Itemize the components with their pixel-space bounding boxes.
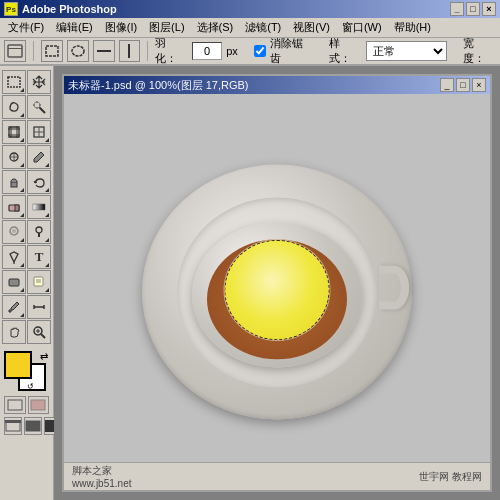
notes-tool-btn[interactable] [27,270,51,294]
app-close-btn[interactable]: × [482,2,496,16]
menu-filter[interactable]: 滤镜(T) [239,18,287,37]
options-bar: 羽化： px 消除锯齿 样式： 正常 固定宽高比 固定大小 宽度： [0,38,500,66]
menu-select[interactable]: 选择(S) [191,18,240,37]
doc-restore-btn[interactable]: □ [456,78,470,92]
tool-row-10 [2,295,51,319]
gradient-tool-btn[interactable] [27,195,51,219]
tool-row-1 [2,70,51,94]
app-restore-btn[interactable]: □ [466,2,480,16]
toolbox: T [0,66,54,500]
crop-tool-btn[interactable] [2,120,26,144]
watermark-left-bottom: www.jb51.net [72,478,131,489]
reset-colors-btn[interactable]: ↺ [27,382,34,391]
pen-tool-btn[interactable] [2,245,26,269]
svg-rect-48 [26,421,40,431]
svg-line-7 [39,107,45,113]
tool-row-2 [2,95,51,119]
fullscreen-menu-btn[interactable] [24,417,42,435]
marquee-ellipse-btn[interactable] [67,40,89,62]
menu-window[interactable]: 窗口(W) [336,18,388,37]
document-title: 未标器-1.psd @ 100%(图层 17,RGB) [68,78,440,93]
doc-window-controls: _ □ × [440,78,486,92]
normal-screen-btn[interactable] [4,417,22,435]
menu-bar: 文件(F) 编辑(E) 图像(I) 图层(L) 选择(S) 滤镜(T) 视图(V… [0,18,500,38]
antialias-checkbox[interactable] [254,45,266,57]
document-title-bar: 未标器-1.psd @ 100%(图层 17,RGB) _ □ × [64,76,490,94]
menu-file[interactable]: 文件(F) [2,18,50,37]
menu-image[interactable]: 图像(I) [99,18,143,37]
color-section: ⇄ ↺ [2,349,51,393]
marquee-rect-btn[interactable] [41,40,63,62]
menu-layer[interactable]: 图层(L) [143,18,190,37]
doc-close-btn[interactable]: × [472,78,486,92]
svg-point-30 [36,227,42,233]
svg-point-3 [72,46,84,56]
text-tool-btn[interactable]: T [27,245,51,269]
main-area: T [0,66,500,500]
screenmode-row [2,417,51,435]
app-icon: Ps [4,2,18,16]
svg-point-29 [12,229,16,233]
eraser-tool-btn[interactable] [2,195,26,219]
document-canvas[interactable] [64,94,490,490]
svg-rect-26 [15,205,19,211]
options-separator-2 [147,41,148,61]
move-tool-btn[interactable] [27,70,51,94]
lasso-tool-btn[interactable] [2,95,26,119]
svg-rect-33 [9,279,19,286]
feather-label: 羽化： [155,36,188,66]
svg-rect-44 [8,400,22,410]
marquee-tool-btn[interactable] [2,70,26,94]
measure-tool-btn[interactable] [27,295,51,319]
width-label: 宽度： [463,36,496,66]
menu-view[interactable]: 视图(V) [287,18,336,37]
tool-row-9 [2,270,51,294]
svg-line-41 [41,334,45,338]
brush-tool-btn[interactable] [27,145,51,169]
tool-row-3 [2,120,51,144]
standard-mode-btn[interactable] [4,396,26,414]
shape-tool-btn[interactable] [2,270,26,294]
canvas-area[interactable]: 未标器-1.psd @ 100%(图层 17,RGB) _ □ × [54,66,500,500]
healing-tool-btn[interactable] [2,145,26,169]
stamp-tool-btn[interactable] [2,170,26,194]
feather-input[interactable] [192,42,222,60]
svg-rect-24 [11,182,17,187]
options-separator-1 [33,41,34,61]
document-window: 未标器-1.psd @ 100%(图层 17,RGB) _ □ × [62,74,492,492]
history-brush-btn[interactable] [27,170,51,194]
magic-wand-btn[interactable] [27,95,51,119]
marquee-row-btn[interactable] [93,40,115,62]
svg-rect-2 [46,46,58,56]
hand-tool-btn[interactable] [2,320,26,344]
tool-row-4 [2,145,51,169]
mask-row [2,396,51,414]
menu-help[interactable]: 帮助(H) [388,18,437,37]
marquee-col-btn[interactable] [119,40,141,62]
style-select[interactable]: 正常 固定宽高比 固定大小 [366,41,447,61]
watermark-right: 世宇网 教程网 [419,470,482,484]
blur-tool-btn[interactable] [2,220,26,244]
svg-rect-47 [5,420,21,423]
antialias-label: 消除锯齿 [270,36,314,66]
slice-tool-btn[interactable] [27,120,51,144]
svg-rect-27 [33,204,45,210]
tool-row-7 [2,220,51,244]
doc-minimize-btn[interactable]: _ [440,78,454,92]
swap-colors-btn[interactable]: ⇄ [40,351,48,362]
color-picker-area: ⇄ ↺ [4,351,48,391]
tool-row-5 [2,170,51,194]
svg-rect-1 [8,48,22,49]
zoom-tool-btn[interactable] [27,320,51,344]
app-minimize-btn[interactable]: _ [450,2,464,16]
svg-rect-45 [31,400,45,410]
eyedropper-tool-btn[interactable] [2,295,26,319]
menu-edit[interactable]: 编辑(E) [50,18,99,37]
options-tool-preset[interactable] [4,40,26,62]
quick-mask-btn[interactable] [28,396,50,414]
svg-rect-6 [8,77,20,87]
dodge-tool-btn[interactable] [27,220,51,244]
foreground-color-swatch[interactable] [4,351,32,379]
app-title: Adobe Photoshop [22,3,117,15]
tool-row-6 [2,195,51,219]
